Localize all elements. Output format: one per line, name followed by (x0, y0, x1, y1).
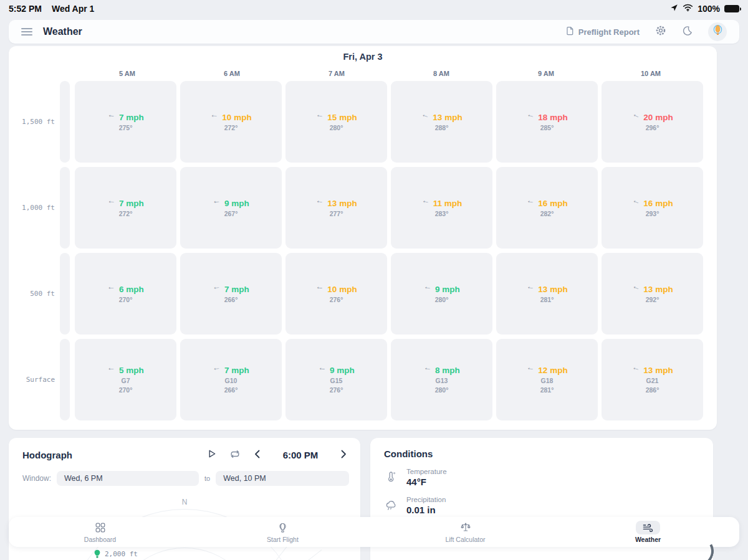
wind-speed: 10 mph (327, 285, 357, 294)
wind-speed: 11 mph (433, 199, 463, 208)
wind-gust: G7 (121, 377, 130, 384)
wind-direction-arrow: → (107, 198, 116, 207)
wind-direction-arrow: → (213, 198, 221, 208)
forecast-row: 1,000 ft→7 mph272°→9 mph267°→13 mph277°→… (9, 167, 703, 249)
wind-direction: 283° (435, 210, 449, 217)
wind-gust: G21 (646, 377, 659, 384)
wind-direction-arrow: → (315, 284, 324, 294)
wind-cell[interactable]: →8 mphG13280° (391, 339, 492, 420)
preflight-report-button[interactable]: Preflight Report (565, 26, 640, 37)
wind-speed-line: →13 mph (526, 285, 567, 294)
wind-speed: 15 mph (327, 113, 357, 122)
wind-speed: 10 mph (222, 113, 251, 122)
wind-cell[interactable]: →18 mph285° (496, 81, 598, 163)
app-header: Weather Preflight Report (9, 20, 739, 44)
wind-speed: 7 mph (119, 199, 144, 208)
location-arrow-icon (670, 4, 678, 14)
row-cells: →7 mph275°→10 mph272°→15 mph280°→13 mph2… (75, 81, 703, 163)
prev-hour-cell-edge (60, 167, 70, 249)
window-from-input[interactable]: Wed, 6 PM (57, 471, 199, 486)
status-time: 5:52 PM (9, 4, 42, 14)
balloon-avatar-icon (711, 24, 724, 40)
profile-avatar[interactable] (708, 22, 727, 41)
wind-cell[interactable]: →13 mphG21286° (602, 339, 703, 420)
wind-speed: 6 mph (119, 285, 144, 294)
wind-speed: 13 mph (433, 113, 462, 122)
wind-cell[interactable]: →7 mph272° (75, 167, 176, 249)
menu-icon[interactable] (21, 28, 32, 36)
status-bar: 5:52 PM Wed Apr 1 100% (0, 0, 748, 17)
gear-icon (655, 25, 666, 39)
row-cells: →5 mphG7270°→7 mphG10266°→9 mphG15276°→8… (75, 339, 703, 420)
wind-cell[interactable]: →13 mph281° (496, 253, 598, 335)
wind-direction: 293° (646, 210, 659, 217)
wind-cell[interactable]: →9 mph267° (180, 167, 282, 249)
wind-direction: 292° (646, 296, 659, 303)
wind-cell[interactable]: →20 mph296° (602, 81, 703, 163)
tab-lift-calculator[interactable]: Lift Calculator (374, 517, 557, 547)
hour-label: 6 AM (180, 70, 284, 77)
wind-cell[interactable]: →11 mph283° (391, 167, 492, 249)
document-icon (565, 26, 574, 37)
wind-gust: G13 (436, 377, 448, 384)
wind-cell[interactable]: →16 mph282° (496, 167, 598, 249)
moon-icon (682, 26, 693, 39)
wind-direction: 280° (435, 296, 449, 303)
wind-cell[interactable]: →9 mph280° (391, 253, 492, 335)
wind-speed-line: →9 mph (318, 366, 355, 375)
grid-icon (95, 521, 106, 534)
wind-cell[interactable]: →15 mph280° (285, 81, 387, 163)
repeat-icon[interactable] (229, 449, 241, 462)
chevron-left-icon[interactable] (253, 449, 262, 462)
wind-cell[interactable]: →5 mphG7270° (75, 339, 176, 420)
battery-percent: 100% (698, 4, 720, 14)
wind-cell[interactable]: →16 mph293° (602, 167, 703, 249)
wind-direction-arrow: → (525, 197, 535, 208)
wind-speed-line: →15 mph (315, 113, 357, 122)
tab-start-flight[interactable]: Start Flight (191, 517, 374, 547)
wind-speed-line: →20 mph (631, 113, 673, 122)
wind-direction: 281° (540, 296, 554, 303)
wind-cell[interactable]: →7 mphG10266° (180, 339, 282, 420)
wind-cell[interactable]: →6 mph270° (75, 253, 176, 335)
forecast-panel: Fri, Apr 3 5 AM6 AM7 AM8 AM9 AM10 AM 1,5… (9, 46, 717, 430)
hodograph-time: 6:00 PM (274, 450, 327, 460)
play-icon[interactable] (206, 448, 217, 462)
status-date: Wed Apr 1 (52, 4, 94, 14)
window-to-label: to (204, 475, 210, 482)
wind-speed-line: →16 mph (526, 199, 567, 208)
wind-direction-arrow: → (107, 285, 115, 294)
wind-speed: 16 mph (643, 199, 673, 208)
wind-cell[interactable]: →7 mph275° (75, 81, 176, 163)
settings-button[interactable] (655, 25, 666, 39)
wind-speed: 7 mph (224, 285, 249, 294)
app-screen: 5:52 PM Wed Apr 1 100% Weather (0, 0, 748, 560)
wind-speed-line: →5 mph (107, 366, 144, 375)
thermometer-icon (384, 468, 398, 483)
wind-cell[interactable]: →9 mphG15276° (285, 339, 387, 420)
wind-cell[interactable]: →7 mph266° (180, 253, 282, 335)
wind-direction-arrow: → (423, 283, 432, 294)
forecast-row: 1,500 ft→7 mph275°→10 mph272°→15 mph280°… (9, 81, 703, 163)
condition-label: Precipitation (406, 496, 446, 503)
tab-weather[interactable]: Weather (557, 517, 739, 547)
chevron-right-icon[interactable] (339, 449, 348, 462)
wind-speed-line: →13 mph (315, 199, 357, 208)
wind-direction: 277° (330, 210, 343, 217)
wind-cell[interactable]: →13 mph292° (602, 253, 703, 335)
wind-cell[interactable]: →13 mph288° (391, 81, 492, 163)
altitude-marker: 2,000 ft (94, 549, 138, 559)
wind-cell[interactable]: →10 mph276° (285, 253, 387, 335)
forecast-rows: 1,500 ft→7 mph275°→10 mph272°→15 mph280°… (9, 81, 717, 420)
compass-north-label: N (9, 498, 360, 506)
wind-cell[interactable]: →12 mphG18281° (496, 339, 598, 420)
window-to-input[interactable]: Wed, 10 PM (216, 471, 349, 486)
wind-cell[interactable]: →13 mph277° (285, 167, 387, 249)
tab-dashboard[interactable]: Dashboard (9, 517, 191, 547)
wind-speed-line: →11 mph (421, 199, 463, 208)
wind-direction: 270° (119, 296, 133, 303)
dark-mode-button[interactable] (682, 26, 693, 39)
wind-gust: G15 (330, 377, 343, 384)
wind-direction-arrow: → (423, 365, 432, 376)
wind-cell[interactable]: →10 mph272° (180, 81, 282, 163)
